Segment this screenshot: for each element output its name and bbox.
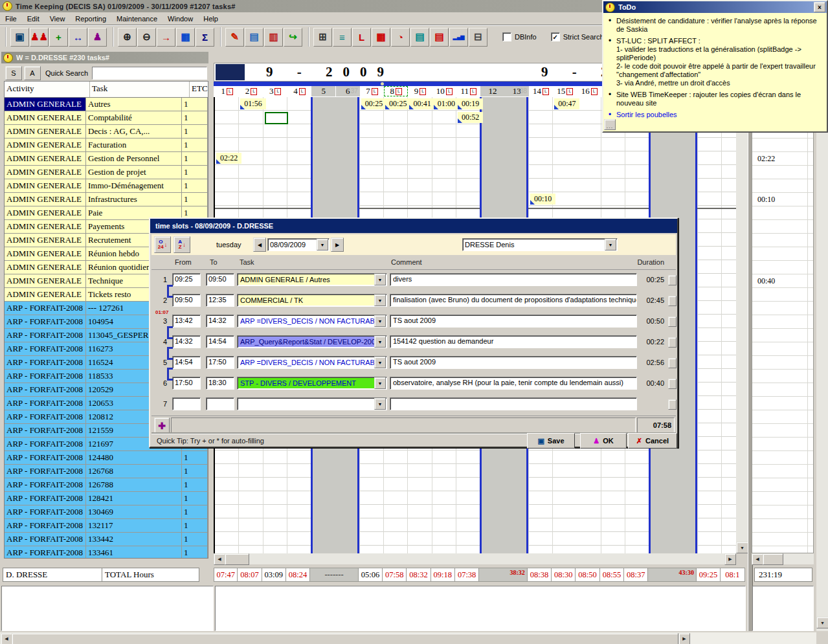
day-header-14[interactable]: 14L xyxy=(529,86,553,96)
duration-spin-button[interactable] xyxy=(668,296,677,306)
to-time-input[interactable]: 14:54 xyxy=(206,335,234,348)
dropdown-arrow-icon[interactable]: ▼ xyxy=(374,294,386,306)
person-status-button[interactable]: ♟ xyxy=(88,28,107,47)
previous-day-button[interactable]: ◀ xyxy=(253,238,266,252)
cell-activity[interactable]: ARP - FORFAIT-2008 xyxy=(5,438,86,450)
strict-search-checkbox[interactable]: ✓ Strict Search xyxy=(551,32,604,41)
to-time-input[interactable]: 09:50 xyxy=(206,273,234,286)
day-header-9[interactable]: 9L xyxy=(408,86,432,96)
cell-activity[interactable]: ARP - FORFAIT-2008 xyxy=(5,478,86,491)
cell-activity[interactable]: ADMIN GENERALE xyxy=(5,274,86,287)
dropdown-arrow-icon[interactable]: ▼ xyxy=(374,377,386,389)
day-header-7[interactable]: 7L xyxy=(360,86,384,96)
cell-activity[interactable]: ADMIN GENERALE xyxy=(5,288,86,301)
task-table-row[interactable]: ADMIN GENERALEDecis : AG, CA,...1 xyxy=(5,125,208,139)
clock-log-button[interactable]: L xyxy=(352,28,371,47)
duration-spin-button[interactable] xyxy=(668,337,677,348)
cell-activity[interactable]: ARP - FORFAIT-2008 xyxy=(5,370,86,383)
task-table-row[interactable]: ARP - FORFAIT-20081244801 xyxy=(5,451,208,465)
task-table-row[interactable]: ARP - FORFAIT-20081334611 xyxy=(5,546,208,559)
date-dropdown[interactable]: 08/09/2009 ▼ xyxy=(267,238,330,251)
day-header-16[interactable]: 16L xyxy=(577,86,601,96)
comment-input[interactable] xyxy=(390,397,637,410)
from-time-input[interactable]: 09:50 xyxy=(172,294,201,307)
menu-edit[interactable]: Edit xyxy=(22,14,45,24)
alarm-button[interactable]: ◔ xyxy=(391,28,410,47)
from-time-input[interactable]: 17:50 xyxy=(172,377,201,390)
cell-etc[interactable]: 1 xyxy=(182,546,208,559)
zoom-out-button[interactable]: ⊖ xyxy=(137,28,156,47)
cell-activity[interactable]: ADMIN GENERALE xyxy=(5,166,86,179)
task-dropdown[interactable]: ▼ xyxy=(237,397,387,410)
scroll-thumb[interactable] xyxy=(12,633,678,644)
cell-activity[interactable]: ADMIN GENERALE xyxy=(5,193,86,206)
cell-task[interactable]: 130469 xyxy=(86,505,182,518)
task-dropdown[interactable]: ADMIN GENERALE / Autres▼ xyxy=(237,273,387,286)
cell-activity[interactable]: ADMIN GENERALE xyxy=(5,139,86,151)
cell-task[interactable]: Comptabilité xyxy=(86,111,182,124)
cell-activity[interactable]: ARP - FORFAIT-2008 xyxy=(5,492,86,505)
cell-etc[interactable]: 1 xyxy=(182,193,208,206)
cell-etc[interactable]: 1 xyxy=(182,179,208,192)
from-time-input[interactable]: 14:54 xyxy=(172,356,201,369)
from-time-input[interactable]: 09:25 xyxy=(172,273,201,286)
from-time-input[interactable]: 13:42 xyxy=(172,315,201,328)
scroll-down-button[interactable]: ▼ xyxy=(816,617,828,628)
grid-time-entry[interactable]: 00:52 xyxy=(458,112,483,123)
notes-teal-button[interactable]: ▤ xyxy=(410,28,429,47)
cell-task[interactable]: 128421 xyxy=(86,492,182,505)
cell-activity[interactable]: ARP - FORFAIT-2008 xyxy=(5,424,86,437)
dbinfo-checkbox[interactable]: DBInfo xyxy=(502,32,537,41)
cell-activity[interactable]: ARP - FORFAIT-2008 xyxy=(5,533,86,546)
sort-alpha-button[interactable]: A Z ↓ xyxy=(173,236,190,253)
cell-task[interactable]: Immo-Déménagement xyxy=(86,179,182,192)
menu-reporting[interactable]: Reporting xyxy=(70,14,111,24)
cancel-button[interactable]: ✗ Cancel xyxy=(628,433,677,449)
scroll-right-button[interactable]: ▶ xyxy=(724,553,736,565)
cell-activity[interactable]: ADMIN GENERALE xyxy=(5,247,86,260)
duration-spin-button[interactable] xyxy=(668,275,677,285)
sort-by-time-button[interactable]: O 24 ↓ xyxy=(154,236,171,253)
cell-etc[interactable]: 1 xyxy=(182,451,208,464)
task-table-row[interactable]: ADMIN GENERALEInfrastructures1 xyxy=(5,193,208,206)
to-time-input[interactable]: 12:35 xyxy=(206,294,234,307)
cell-activity[interactable]: ARP - FORFAIT-2008 xyxy=(5,505,86,518)
zoom-in-button[interactable]: ⊕ xyxy=(118,28,137,47)
task-dropdown[interactable]: ARP_Query&Report&Stat / DEVELOP-2008▼ xyxy=(237,335,387,348)
cell-task[interactable]: 133461 xyxy=(86,546,182,559)
add-button[interactable]: + xyxy=(49,28,68,47)
cell-activity[interactable]: ARP - FORFAIT-2008 xyxy=(5,302,86,315)
menu-maintenance[interactable]: Maintenance xyxy=(111,14,162,24)
quick-search-input[interactable] xyxy=(92,67,207,80)
cell-activity[interactable]: ADMIN GENERALE xyxy=(5,206,86,219)
scroll-thumb[interactable] xyxy=(763,553,783,565)
task-dropdown[interactable]: STP - DIVERS / DEVELOPPEMENT▼ xyxy=(237,377,387,390)
cell-activity[interactable]: ARP - FORFAIT-2008 xyxy=(5,315,86,328)
cell-activity[interactable]: ARP - FORFAIT-2008 xyxy=(5,546,86,559)
dropdown-arrow-icon[interactable]: ▼ xyxy=(374,315,386,327)
staff-button[interactable]: ♟♟ xyxy=(30,28,49,47)
cell-task[interactable]: 126788 xyxy=(86,478,182,491)
cell-activity[interactable]: ARP - FORFAIT-2008 xyxy=(5,397,86,410)
day-header-10[interactable]: 10L xyxy=(432,86,456,96)
task-table-row[interactable]: ADMIN GENERALEAutres1 xyxy=(5,98,208,111)
calendar-red-button[interactable]: ▦ xyxy=(372,28,390,47)
cell-activity[interactable]: ADMIN GENERALE xyxy=(5,179,86,192)
grid-time-entry[interactable]: 01:56 xyxy=(240,98,265,109)
cell-task[interactable]: 133442 xyxy=(86,533,182,546)
selected-grid-cell[interactable] xyxy=(265,112,288,124)
scroll-thumb[interactable] xyxy=(225,553,249,565)
todo-item-text[interactable]: Sortir les poubelles xyxy=(616,111,677,119)
fit-columns-button[interactable]: ↔ xyxy=(69,28,87,47)
sort-s-button[interactable]: S xyxy=(5,66,22,80)
next-day-button[interactable]: ▶ xyxy=(331,238,344,252)
cell-activity[interactable]: ADMIN GENERALE xyxy=(5,98,86,111)
cell-activity[interactable]: ADMIN GENERALE xyxy=(5,125,86,138)
grid-time-entry[interactable]: 00:47 xyxy=(554,98,579,109)
doc-tasks-button[interactable]: ▥ xyxy=(264,28,283,47)
dropdown-arrow-icon[interactable]: ▼ xyxy=(605,239,616,250)
exit-button[interactable]: ↪ xyxy=(284,28,302,47)
menu-view[interactable]: View xyxy=(45,14,71,24)
dropdown-arrow-icon[interactable]: ▼ xyxy=(317,239,328,250)
todo-titlebar[interactable]: ToDo × xyxy=(603,1,827,13)
